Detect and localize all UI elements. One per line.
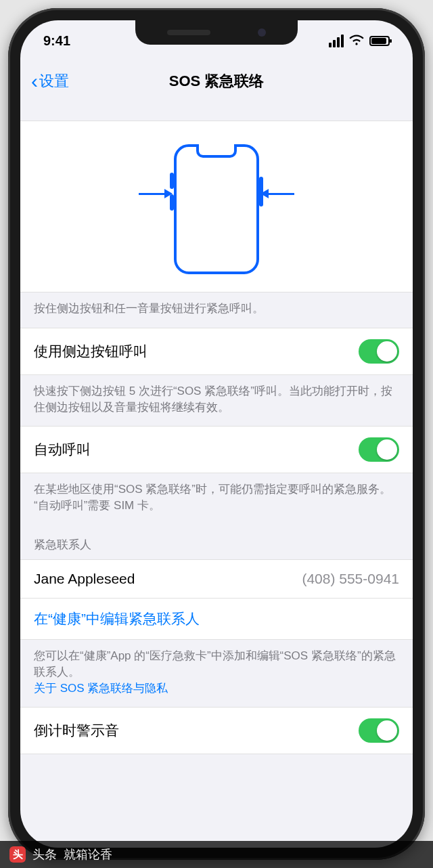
row-label: 自动呼叫 — [34, 440, 91, 459]
attribution-bar: 头 头条 就箱论香 — [0, 841, 433, 868]
illustration-caption: 按住侧边按钮和任一音量按钮进行紧急呼叫。 — [20, 292, 413, 328]
footer-side-button: 快速按下侧边按钮 5 次进行“SOS 紧急联络”呼叫。当此功能打开时，按住侧边按… — [20, 375, 413, 427]
row-label: 使用侧边按钮呼叫 — [34, 342, 147, 361]
speaker-grille — [167, 30, 210, 35]
attribution-author: 就箱论香 — [64, 846, 112, 863]
row-side-button-call[interactable]: 使用侧边按钮呼叫 — [20, 328, 413, 375]
front-camera — [258, 28, 266, 37]
illustration-card — [20, 121, 413, 292]
attribution-source: 头条 — [32, 846, 57, 863]
chevron-left-icon: ‹ — [31, 71, 38, 91]
toggle-countdown-sound[interactable] — [359, 718, 399, 743]
arrow-left-icon — [260, 189, 294, 198]
link-label: 在“健康”中编辑紧急联系人 — [34, 609, 200, 628]
toutiao-logo-icon: 头 — [9, 846, 26, 863]
privacy-link[interactable]: 关于 SOS 紧急联络与隐私 — [34, 682, 168, 695]
footer-auto-call: 在某些地区使用“SOS 紧急联络”时，可能仍需指定要呼叫的紧急服务。“自动呼叫”… — [20, 473, 413, 525]
cell-signal-icon — [329, 35, 344, 47]
status-time: 9:41 — [43, 33, 70, 49]
device-screen: 9:41 ‹ 设置 SOS 紧急联络 — [20, 20, 413, 848]
page-title: SOS 紧急联络 — [169, 71, 265, 91]
row-auto-call[interactable]: 自动呼叫 — [20, 426, 413, 473]
status-indicators — [329, 33, 390, 49]
contact-phone: (408) 555-0941 — [302, 571, 399, 587]
row-emergency-contact[interactable]: Jane Appleseed (408) 555-0941 — [20, 559, 413, 599]
row-label: 倒计时警示音 — [34, 721, 119, 740]
settings-content[interactable]: 按住侧边按钮和任一音量按钮进行紧急呼叫。 使用侧边按钮呼叫 快速按下侧边按钮 5… — [20, 102, 413, 848]
contact-name: Jane Appleseed — [34, 571, 135, 587]
row-edit-contacts-link[interactable]: 在“健康”中编辑紧急联系人 — [20, 599, 413, 640]
phone-illustration — [174, 144, 259, 274]
device-notch — [135, 20, 298, 45]
navigation-bar: ‹ 设置 SOS 紧急联络 — [20, 61, 413, 102]
wifi-icon — [349, 33, 364, 49]
row-countdown-sound[interactable]: 倒计时警示音 — [20, 707, 413, 754]
device-frame: 9:41 ‹ 设置 SOS 紧急联络 — [8, 8, 425, 860]
toggle-auto-call[interactable] — [359, 437, 399, 462]
battery-icon — [369, 36, 390, 46]
back-button[interactable]: ‹ 设置 — [31, 71, 69, 91]
arrow-right-icon — [139, 189, 173, 198]
header-emergency-contacts: 紧急联系人 — [20, 525, 413, 559]
back-label: 设置 — [39, 71, 69, 91]
toggle-side-button-call[interactable] — [359, 339, 399, 364]
footer-contacts: 您可以在“健康”App 的“医疗急救卡”中添加和编辑“SOS 紧急联络”的紧急联… — [20, 640, 413, 707]
